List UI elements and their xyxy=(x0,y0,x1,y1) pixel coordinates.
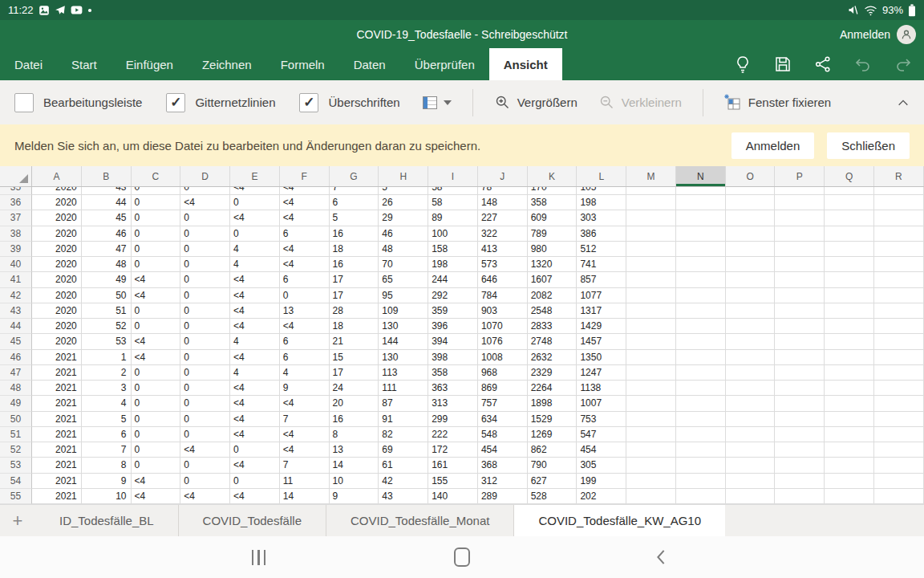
cell-Q45[interactable] xyxy=(825,334,874,349)
cell-J37[interactable]: 227 xyxy=(478,210,528,226)
cell-D49[interactable]: 0 xyxy=(180,396,230,411)
cell-N37[interactable] xyxy=(676,210,726,226)
cell-G53[interactable]: 14 xyxy=(330,458,379,473)
cell-J38[interactable]: 322 xyxy=(478,226,528,242)
cell-D50[interactable]: 0 xyxy=(180,412,230,427)
column-header-G[interactable]: G xyxy=(330,166,379,186)
cell-I36[interactable]: 58 xyxy=(428,195,478,210)
cell-I43[interactable]: 359 xyxy=(428,303,478,319)
cell-F47[interactable]: 4 xyxy=(280,365,330,381)
cell-E54[interactable]: 0 xyxy=(230,474,280,489)
cell-K42[interactable]: 2082 xyxy=(528,288,578,303)
cell-K54[interactable]: 627 xyxy=(528,474,578,489)
cell-P36[interactable] xyxy=(775,195,825,210)
cell-P38[interactable] xyxy=(775,226,825,242)
cell-B54[interactable]: 9 xyxy=(82,474,132,489)
cell-A47[interactable]: 2021 xyxy=(32,365,82,381)
cell-Q53[interactable] xyxy=(825,458,874,473)
cell-Q55[interactable] xyxy=(825,489,874,504)
cell-E49[interactable]: <4 xyxy=(230,396,280,411)
cell-R54[interactable] xyxy=(874,474,924,489)
sheet-tab-ID_Todesfälle_BL[interactable]: ID_Todesfälle_BL xyxy=(35,505,179,536)
cell-F35[interactable]: <4 xyxy=(280,187,330,195)
cell-N45[interactable] xyxy=(676,334,726,349)
cell-M45[interactable] xyxy=(626,334,676,349)
row-header-47[interactable]: 47 xyxy=(0,365,32,381)
cell-G47[interactable]: 17 xyxy=(330,365,379,381)
cell-J39[interactable]: 413 xyxy=(478,242,528,257)
cell-P52[interactable] xyxy=(775,442,825,458)
cell-L47[interactable]: 1247 xyxy=(577,365,626,381)
row-header-41[interactable]: 41 xyxy=(0,272,32,287)
cell-Q49[interactable] xyxy=(825,396,874,411)
cell-R42[interactable] xyxy=(874,288,924,303)
cell-C43[interactable]: 0 xyxy=(132,303,181,319)
cell-C46[interactable]: <4 xyxy=(132,350,181,365)
cell-H45[interactable]: 144 xyxy=(379,334,428,349)
cell-K36[interactable]: 358 xyxy=(528,195,578,210)
cell-G38[interactable]: 16 xyxy=(330,226,379,242)
cell-P46[interactable] xyxy=(775,350,825,365)
cell-E40[interactable]: 4 xyxy=(230,257,280,272)
cell-I46[interactable]: 398 xyxy=(428,350,478,365)
column-header-E[interactable]: E xyxy=(230,166,280,186)
cell-G49[interactable]: 20 xyxy=(330,396,379,411)
cell-Q41[interactable] xyxy=(825,272,874,287)
column-header-J[interactable]: J xyxy=(478,166,528,186)
cell-O55[interactable] xyxy=(726,489,776,504)
cell-B46[interactable]: 1 xyxy=(82,350,132,365)
row-header-44[interactable]: 44 xyxy=(0,319,32,334)
column-header-F[interactable]: F xyxy=(280,166,330,186)
cell-O40[interactable] xyxy=(726,257,776,272)
column-header-L[interactable]: L xyxy=(577,166,626,186)
cell-G36[interactable]: 6 xyxy=(330,195,379,210)
cell-A41[interactable]: 2020 xyxy=(32,272,82,287)
cell-A51[interactable]: 2021 xyxy=(32,427,82,442)
cell-P49[interactable] xyxy=(775,396,825,411)
cell-L39[interactable]: 512 xyxy=(577,242,626,257)
ribbon-tab-ansicht[interactable]: Ansicht xyxy=(489,48,562,80)
cell-L46[interactable]: 1350 xyxy=(577,350,626,365)
cell-E42[interactable]: <4 xyxy=(230,288,280,303)
row-header-45[interactable]: 45 xyxy=(0,334,32,349)
cell-L35[interactable]: 105 xyxy=(577,187,626,195)
cell-O38[interactable] xyxy=(726,226,776,242)
row-header-50[interactable]: 50 xyxy=(0,412,32,427)
cell-O50[interactable] xyxy=(726,412,776,427)
cell-M39[interactable] xyxy=(626,242,676,257)
cell-L49[interactable]: 1007 xyxy=(577,396,626,411)
cell-N40[interactable] xyxy=(676,257,726,272)
cell-F49[interactable]: <4 xyxy=(280,396,330,411)
cell-H38[interactable]: 46 xyxy=(379,226,428,242)
cell-A55[interactable]: 2021 xyxy=(32,489,82,504)
cell-A49[interactable]: 2021 xyxy=(32,396,82,411)
cell-B51[interactable]: 6 xyxy=(82,427,132,442)
cell-R48[interactable] xyxy=(874,381,924,396)
cell-K46[interactable]: 2632 xyxy=(528,350,578,365)
cell-M50[interactable] xyxy=(626,412,676,427)
cell-J54[interactable]: 312 xyxy=(478,474,528,489)
cell-O49[interactable] xyxy=(726,396,776,411)
cell-B37[interactable]: 45 xyxy=(82,210,132,226)
cell-M41[interactable] xyxy=(626,272,676,287)
cell-D51[interactable]: 0 xyxy=(180,427,230,442)
cell-D39[interactable]: 0 xyxy=(180,242,230,257)
cell-C45[interactable]: <4 xyxy=(132,334,181,349)
cell-R35[interactable] xyxy=(874,187,924,195)
cell-H46[interactable]: 130 xyxy=(379,350,428,365)
cell-A36[interactable]: 2020 xyxy=(32,195,82,210)
cell-I42[interactable]: 292 xyxy=(428,288,478,303)
cell-E35[interactable]: <4 xyxy=(230,187,280,195)
cell-O54[interactable] xyxy=(726,474,776,489)
cell-P51[interactable] xyxy=(775,427,825,442)
cell-N39[interactable] xyxy=(676,242,726,257)
cell-O46[interactable] xyxy=(726,350,776,365)
cell-E51[interactable]: <4 xyxy=(230,427,280,442)
ribbon-tab-einfügen[interactable]: Einfügen xyxy=(111,48,188,80)
cell-D53[interactable]: 0 xyxy=(180,458,230,473)
cell-P35[interactable] xyxy=(775,187,825,195)
cell-P39[interactable] xyxy=(775,242,825,257)
cell-O44[interactable] xyxy=(726,319,776,334)
cell-R49[interactable] xyxy=(874,396,924,411)
cell-J41[interactable]: 646 xyxy=(478,272,528,287)
